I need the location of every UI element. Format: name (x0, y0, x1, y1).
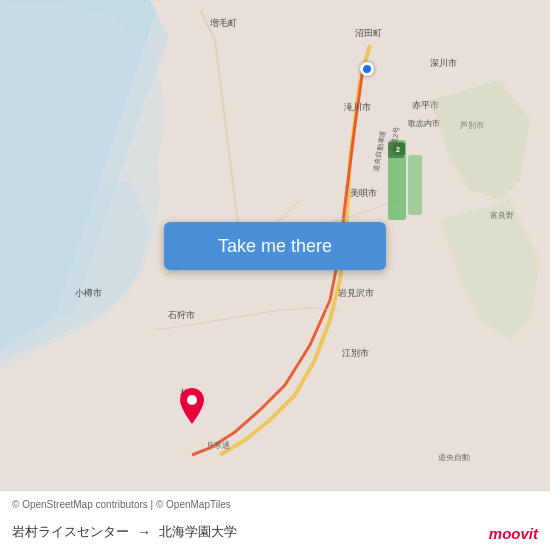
map-attribution: © OpenStreetMap contributors | © OpenMap… (12, 499, 231, 510)
route-arrow-icon: → (137, 524, 151, 540)
origin-label: 岩村ライスセンター (12, 523, 129, 541)
bottom-bar: © OpenStreetMap contributors | © OpenMap… (0, 490, 550, 550)
svg-text:道央自動: 道央自動 (438, 453, 470, 462)
svg-text:深川市: 深川市 (430, 58, 457, 68)
destination-pin (180, 388, 204, 428)
route-info: 岩村ライスセンター → 北海学園大学 (12, 523, 538, 541)
svg-text:小樽市: 小樽市 (75, 288, 102, 298)
svg-text:美唄市: 美唄市 (350, 188, 377, 198)
moovit-logo: moovit (489, 525, 538, 542)
svg-text:歌志内市: 歌志内市 (408, 119, 440, 128)
svg-text:岩見沢市: 岩見沢市 (338, 288, 374, 298)
map-container: 増毛町 沼田町 深川市 滝川市 赤平市 歌志内市 芦別市 美唄市 小樽市 石狩市… (0, 0, 550, 490)
svg-text:江別市: 江別市 (342, 348, 369, 358)
origin-dot (360, 62, 374, 76)
take-me-there-button[interactable]: Take me there (164, 222, 386, 270)
svg-rect-2 (408, 155, 422, 215)
svg-text:増毛町: 増毛町 (209, 18, 237, 28)
svg-text:滝川市: 滝川市 (344, 102, 371, 112)
svg-text:石狩市: 石狩市 (168, 310, 195, 320)
svg-text:沼田町: 沼田町 (355, 28, 382, 38)
destination-label: 北海学園大学 (159, 523, 237, 541)
svg-point-24 (187, 395, 197, 405)
svg-text:月寒通: 月寒通 (206, 441, 230, 450)
